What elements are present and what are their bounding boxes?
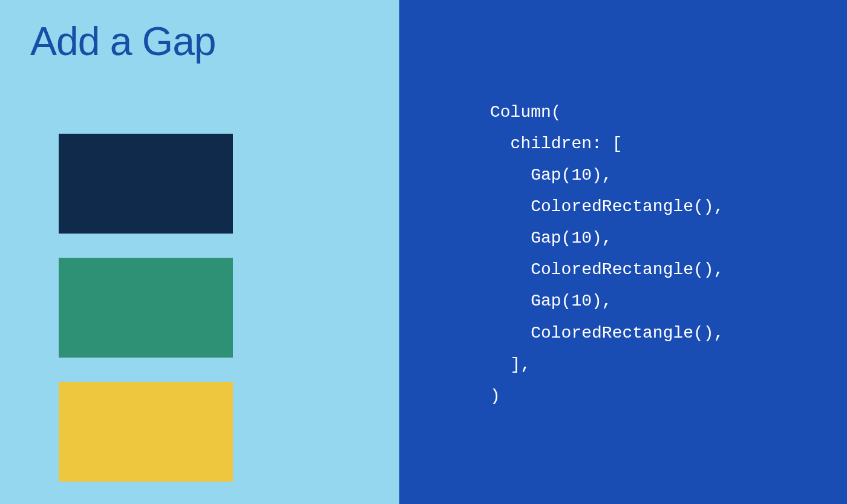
colored-rectangle-1 bbox=[59, 134, 233, 234]
code-line: ColoredRectangle(), bbox=[490, 260, 724, 279]
code-line: ], bbox=[490, 355, 531, 374]
code-line: Gap(10), bbox=[490, 166, 612, 185]
code-line: ColoredRectangle(), bbox=[490, 324, 724, 342]
rectangle-column bbox=[30, 134, 399, 482]
visual-panel: Add a Gap bbox=[0, 0, 399, 504]
code-line: Gap(10), bbox=[490, 229, 612, 247]
code-line: ) bbox=[490, 387, 500, 405]
colored-rectangle-2 bbox=[59, 258, 233, 358]
code-line: children: [ bbox=[490, 134, 622, 153]
code-line: ColoredRectangle(), bbox=[490, 197, 724, 216]
colored-rectangle-3 bbox=[59, 382, 233, 482]
code-line: Column( bbox=[490, 103, 561, 122]
slide-title: Add a Gap bbox=[30, 18, 399, 64]
code-block: Column( children: [ Gap(10), ColoredRect… bbox=[490, 97, 847, 412]
code-line: Gap(10), bbox=[490, 292, 612, 310]
code-panel: Column( children: [ Gap(10), ColoredRect… bbox=[399, 0, 847, 504]
